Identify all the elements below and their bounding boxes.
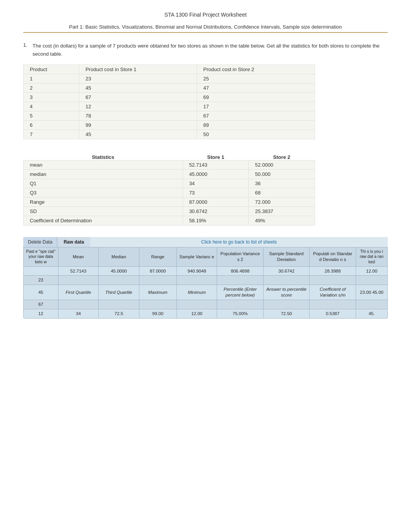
table-row: Coefficient of Determination bbox=[24, 216, 183, 225]
table-row bbox=[99, 300, 139, 309]
raw-data-label: Raw data bbox=[57, 237, 90, 247]
table-row: 45 bbox=[79, 130, 197, 139]
table-row: Maximum bbox=[139, 285, 176, 300]
table-row: 49% bbox=[249, 216, 315, 225]
table-row: 52.7143 bbox=[183, 160, 248, 169]
table-row: 30.6742 bbox=[183, 206, 248, 216]
table-row: 99.00 bbox=[139, 309, 176, 319]
table-row: 12 bbox=[79, 102, 197, 111]
table-row: 73 bbox=[183, 188, 248, 197]
table-row: 45.0000 bbox=[99, 266, 139, 276]
table-row: 23.00 45.00 bbox=[356, 285, 387, 300]
bottom-table: Past e "spe cial" your raw data belo wMe… bbox=[23, 247, 388, 319]
table-row: First Quartile bbox=[58, 285, 99, 300]
table-row: 30.6742 bbox=[263, 266, 309, 276]
table-row: Coefficient of Variation s/m bbox=[310, 285, 356, 300]
table-row: Percentile (Enter percent below) bbox=[217, 285, 263, 300]
table-row bbox=[139, 276, 176, 285]
table-row: 45. bbox=[356, 309, 387, 319]
table-row bbox=[139, 300, 176, 309]
table-row: 69 bbox=[197, 92, 315, 102]
stats-table: Statistics Store 1 Store 2 mean52.714352… bbox=[23, 154, 315, 225]
table-row bbox=[263, 276, 309, 285]
table-row: 806.4898 bbox=[217, 266, 263, 276]
table-row: 17 bbox=[197, 102, 315, 111]
table-row bbox=[176, 300, 217, 309]
table-row: 12.00 bbox=[356, 266, 387, 276]
table-row: 23 bbox=[24, 276, 58, 285]
table-row: 87.0000 bbox=[183, 197, 248, 206]
table-row: 67 bbox=[24, 300, 58, 309]
table-row: Q3 bbox=[24, 188, 183, 197]
table-row: 72.5 bbox=[99, 309, 139, 319]
bottom-col-header-8: Thi s is you r raw dat a ran ked bbox=[356, 247, 387, 266]
table-row bbox=[24, 266, 58, 276]
table-row bbox=[176, 276, 217, 285]
table-row: 12.00 bbox=[176, 309, 217, 319]
question-text: The cost (in dollars) for a sample of 7 … bbox=[33, 42, 388, 58]
table-row bbox=[58, 276, 99, 285]
table-row: 34 bbox=[58, 309, 99, 319]
question-number: 1. bbox=[23, 42, 27, 48]
table-row: 45 bbox=[24, 285, 58, 300]
table-row: 67 bbox=[79, 92, 197, 102]
table-row: 25.3837 bbox=[249, 206, 315, 216]
store1-col-header: Product cost in Store 1 bbox=[79, 65, 197, 74]
table-row bbox=[310, 276, 356, 285]
table-row: 6 bbox=[24, 120, 79, 130]
bottom-col-header-0: Past e "spe cial" your raw data belo w bbox=[24, 247, 58, 266]
table-row: 68 bbox=[249, 188, 315, 197]
bottom-col-header-6: Sample Standard Deviation bbox=[263, 247, 309, 266]
table-row: 52.7143 bbox=[58, 266, 99, 276]
table-row: 45.0000 bbox=[183, 169, 248, 179]
table-row: 4 bbox=[24, 102, 79, 111]
table-row: 7 bbox=[24, 130, 79, 139]
bottom-section: Delete Data Raw data Click here to go ba… bbox=[23, 237, 388, 319]
table-row: 67 bbox=[197, 111, 315, 120]
table-row: 72.000 bbox=[249, 197, 315, 206]
stats-col-header: Statistics bbox=[24, 154, 183, 160]
table-row: 99 bbox=[79, 120, 197, 130]
table-row: 940.9048 bbox=[176, 266, 217, 276]
product-table: Product Product cost in Store 1 Product … bbox=[23, 65, 315, 139]
table-row: 87.0000 bbox=[139, 266, 176, 276]
table-row: 3 bbox=[24, 92, 79, 102]
table-row bbox=[217, 276, 263, 285]
bottom-col-header-2: Median bbox=[99, 247, 139, 266]
bottom-col-header-7: Populati on Standar d Deviatio n s bbox=[310, 247, 356, 266]
table-row: 50 bbox=[197, 130, 315, 139]
table-row: 78 bbox=[79, 111, 197, 120]
table-row bbox=[310, 300, 356, 309]
table-row bbox=[356, 300, 387, 309]
bottom-col-header-3: Range bbox=[139, 247, 176, 266]
table-row: Range bbox=[24, 197, 183, 206]
table-row: median bbox=[24, 169, 183, 179]
table-row: Answer to percentile score bbox=[263, 285, 309, 300]
store1-stats-header: Store 1 bbox=[183, 154, 248, 160]
table-row: 45 bbox=[79, 83, 197, 92]
table-row: 52.0000 bbox=[249, 160, 315, 169]
table-row: Third Quartile bbox=[99, 285, 139, 300]
table-row bbox=[58, 300, 99, 309]
table-row: 89 bbox=[197, 120, 315, 130]
table-row: 47 bbox=[197, 83, 315, 92]
table-row: 25 bbox=[197, 74, 315, 83]
page-title: STA 1300 Final Project Worksheet bbox=[23, 12, 388, 18]
table-row: 12 bbox=[24, 309, 58, 319]
bottom-col-header-4: Sample Varianc e bbox=[176, 247, 217, 266]
back-to-list-link[interactable]: Click here to go back to list of sheets bbox=[90, 237, 388, 247]
table-row: SD bbox=[24, 206, 183, 216]
store2-stats-header: Store 2 bbox=[249, 154, 315, 160]
table-row: 28.3988 bbox=[310, 266, 356, 276]
product-col-header: Product bbox=[24, 65, 79, 74]
delete-data-button[interactable]: Delete Data bbox=[23, 237, 57, 247]
table-row: mean bbox=[24, 160, 183, 169]
table-row: Q1 bbox=[24, 179, 183, 188]
table-row: 5 bbox=[24, 111, 79, 120]
table-row: 75.00% bbox=[217, 309, 263, 319]
table-row bbox=[263, 300, 309, 309]
table-row: 0.5387 bbox=[310, 309, 356, 319]
part-title: Part 1: Basic Statistics, Visualizations… bbox=[23, 24, 388, 33]
table-row: 50.000 bbox=[249, 169, 315, 179]
table-row bbox=[356, 276, 387, 285]
